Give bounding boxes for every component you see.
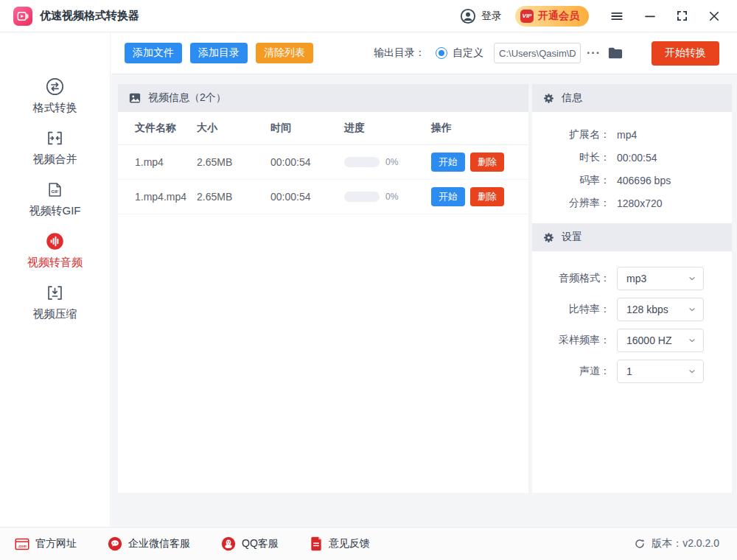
footer-link-label: 意见反馈 — [329, 537, 370, 550]
sidebar-item-label: 视频转音频 — [27, 256, 83, 270]
footer: .com 官方网址 企业微信客服 QQ客服 意见反馈 — [0, 527, 737, 560]
col-progress: 进度 — [344, 122, 431, 135]
sidebar-item-video-merge[interactable]: 视频合并 — [0, 128, 110, 180]
right-panel: 信息 扩展名： mp4 时长： 00:00:54 码率： 406696 bps … — [532, 84, 732, 493]
info-fields: 扩展名： mp4 时长： 00:00:54 码率： 406696 bps 分辨率… — [532, 112, 732, 223]
qq-icon — [221, 536, 236, 551]
image-icon — [128, 91, 142, 105]
info-field-value: 406696 bps — [617, 175, 671, 186]
info-section-header: 信息 — [532, 84, 732, 112]
add-directory-button[interactable]: 添加目录 — [190, 43, 248, 63]
official-website-link[interactable]: .com 官方网址 — [15, 537, 77, 550]
login-label: 登录 — [481, 10, 502, 23]
sidebar-item-label: 视频转GIF — [29, 204, 81, 218]
browse-more-button[interactable]: ··· — [587, 46, 601, 60]
progress-label: 0% — [385, 157, 398, 167]
svg-text:GIF: GIF — [51, 189, 58, 194]
col-size: 大小 — [197, 122, 270, 135]
table-header-row: 文件名称 大小 时间 进度 操作 — [118, 112, 528, 145]
close-button[interactable] — [705, 7, 724, 26]
open-vip-button[interactable]: VIP 开通会员 — [515, 6, 589, 27]
video-info-title: 视频信息（2个） — [148, 91, 226, 105]
clear-list-button[interactable]: 清除列表 — [256, 43, 313, 63]
col-actions: 操作 — [431, 122, 528, 135]
channels-select[interactable]: 1 — [617, 360, 704, 383]
version-group: 版本：v2.0.2.0 — [634, 537, 719, 550]
info-field-value: 1280x720 — [617, 197, 663, 209]
gear-icon — [542, 231, 555, 244]
sidebar-item-video-to-gif[interactable]: GIF 视频转GIF — [0, 180, 110, 231]
minimize-icon — [643, 10, 657, 23]
video-compress-icon — [45, 283, 65, 303]
col-filename: 文件名称 — [118, 122, 197, 135]
select-value: 128 kbps — [626, 304, 688, 315]
footer-link-label: 官方网址 — [35, 537, 77, 550]
titlebar: 优速视频格式转换器 登录 VIP 开通会员 — [0, 0, 737, 32]
sidebar-item-label: 视频合并 — [33, 153, 77, 167]
progress-label: 0% — [385, 192, 398, 202]
custom-radio[interactable] — [436, 47, 447, 59]
toolbar: 添加文件 添加目录 清除列表 输出目录： 自定义 ··· 开始转换 — [111, 32, 737, 74]
progress-bar — [344, 157, 380, 167]
login-button[interactable]: 登录 — [460, 8, 502, 24]
row-start-button[interactable]: 开始 — [431, 187, 465, 206]
wechat-icon — [108, 536, 122, 551]
row-start-button[interactable]: 开始 — [431, 153, 465, 172]
custom-radio-label: 自定义 — [453, 46, 483, 60]
row-delete-button[interactable]: 删除 — [470, 187, 504, 206]
file-name: 1.mp4 — [118, 156, 197, 168]
info-field-label: 分辨率： — [532, 197, 610, 210]
info-field-label: 时长： — [532, 151, 610, 164]
minimize-button[interactable] — [640, 7, 660, 26]
info-section-title: 信息 — [562, 91, 582, 105]
select-value: 1 — [626, 365, 688, 377]
refresh-icon — [634, 538, 646, 550]
vip-icon: VIP — [520, 10, 534, 23]
sidebar-item-video-compress[interactable]: 视频压缩 — [0, 283, 110, 335]
open-folder-button[interactable] — [607, 46, 624, 60]
version-label: 版本：v2.0.2.0 — [652, 537, 719, 550]
sidebar-item-label: 格式转换 — [33, 101, 77, 115]
qq-support-link[interactable]: QQ客服 — [221, 536, 279, 551]
menu-button[interactable] — [607, 6, 627, 27]
setting-label: 声道： — [532, 365, 610, 378]
info-field-value: 00:00:54 — [617, 152, 657, 164]
feedback-link[interactable]: 意见反馈 — [310, 536, 370, 551]
file-name: 1.mp4.mp4 — [118, 191, 197, 203]
setting-label: 音频格式： — [532, 272, 610, 285]
info-field-value: mp4 — [617, 129, 637, 141]
settings-section-header: 设置 — [532, 223, 732, 251]
row-delete-button[interactable]: 删除 — [470, 153, 504, 172]
chevron-down-icon — [688, 336, 696, 345]
output-path-input[interactable] — [494, 43, 581, 63]
footer-link-label: QQ客服 — [242, 537, 279, 550]
settings-fields: 音频格式： mp3 比特率： 128 kbps 采样频率： — [532, 251, 732, 399]
file-size: 2.65MB — [197, 191, 270, 203]
setting-label: 比特率： — [532, 303, 610, 316]
table-row: 1.mp4 2.65MB 00:00:54 0% 开始 删除 — [118, 145, 528, 180]
table-row: 1.mp4.mp4 2.65MB 00:00:54 0% 开始 删除 — [118, 180, 528, 214]
bitrate-select[interactable]: 128 kbps — [617, 298, 704, 321]
video-merge-icon — [45, 128, 65, 148]
start-convert-button[interactable]: 开始转换 — [652, 41, 719, 66]
svg-text:.com: .com — [18, 544, 27, 548]
close-icon — [708, 10, 721, 23]
wechat-support-link[interactable]: 企业微信客服 — [108, 536, 190, 551]
settings-section-title: 设置 — [562, 231, 582, 244]
hamburger-icon — [609, 9, 624, 24]
sidebar-item-format-convert[interactable]: 格式转换 — [0, 77, 110, 128]
chevron-down-icon — [688, 367, 696, 376]
audio-format-select[interactable]: mp3 — [617, 267, 704, 290]
app-logo-icon — [13, 7, 32, 26]
feedback-icon — [310, 536, 323, 551]
video-to-gif-icon: GIF — [45, 180, 65, 200]
maximize-button[interactable] — [673, 7, 691, 25]
sidebar: 格式转换 视频合并 GIF 视频转GIF — [0, 32, 111, 527]
video-to-audio-icon — [45, 231, 65, 251]
add-file-button[interactable]: 添加文件 — [125, 43, 182, 63]
sample-rate-select[interactable]: 16000 HZ — [617, 329, 704, 352]
select-value: mp3 — [626, 273, 688, 284]
sidebar-item-video-to-audio[interactable]: 视频转音频 — [0, 231, 110, 283]
file-time: 00:00:54 — [270, 191, 344, 203]
progress-bar — [344, 192, 380, 202]
